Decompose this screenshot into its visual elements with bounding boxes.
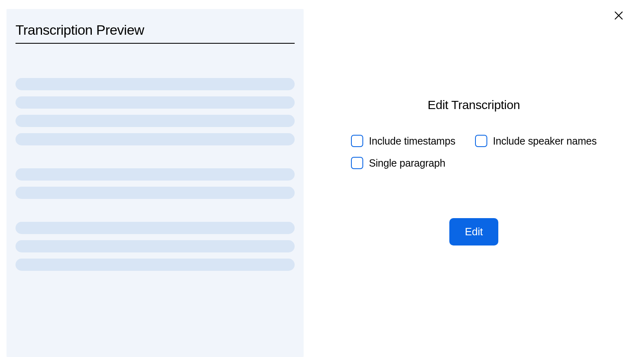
skeleton-block <box>16 222 295 271</box>
preview-skeleton <box>16 78 295 271</box>
transcription-preview-panel: Transcription Preview <box>7 9 304 357</box>
checkbox-single-paragraph[interactable]: Single paragraph <box>351 157 455 169</box>
skeleton-line <box>16 96 295 109</box>
skeleton-line <box>16 168 295 181</box>
close-button[interactable] <box>613 10 624 21</box>
skeleton-line <box>16 240 295 252</box>
modal-container: Transcription Preview <box>0 0 644 357</box>
skeleton-line <box>16 222 295 234</box>
close-icon <box>613 10 624 21</box>
checkbox-label: Include timestamps <box>369 135 455 147</box>
checkbox-label: Single paragraph <box>369 157 445 169</box>
checkbox-include-speaker-names[interactable]: Include speaker names <box>475 135 597 147</box>
checkbox-box <box>351 135 363 147</box>
skeleton-line <box>16 259 295 271</box>
options-grid: Include timestamps Include speaker names… <box>348 135 600 169</box>
skeleton-block <box>16 78 295 145</box>
edit-content: Edit Transcription Include timestamps In… <box>304 98 644 245</box>
skeleton-line <box>16 133 295 145</box>
skeleton-line <box>16 78 295 90</box>
preview-title: Transcription Preview <box>16 22 295 44</box>
checkbox-box <box>351 157 363 169</box>
skeleton-block <box>16 168 295 199</box>
skeleton-line <box>16 187 295 199</box>
edit-panel: Edit Transcription Include timestamps In… <box>304 0 644 357</box>
edit-button[interactable]: Edit <box>449 218 498 245</box>
checkbox-box <box>475 135 487 147</box>
edit-title: Edit Transcription <box>428 98 520 112</box>
skeleton-line <box>16 115 295 127</box>
checkbox-label: Include speaker names <box>493 135 597 147</box>
checkbox-include-timestamps[interactable]: Include timestamps <box>351 135 455 147</box>
